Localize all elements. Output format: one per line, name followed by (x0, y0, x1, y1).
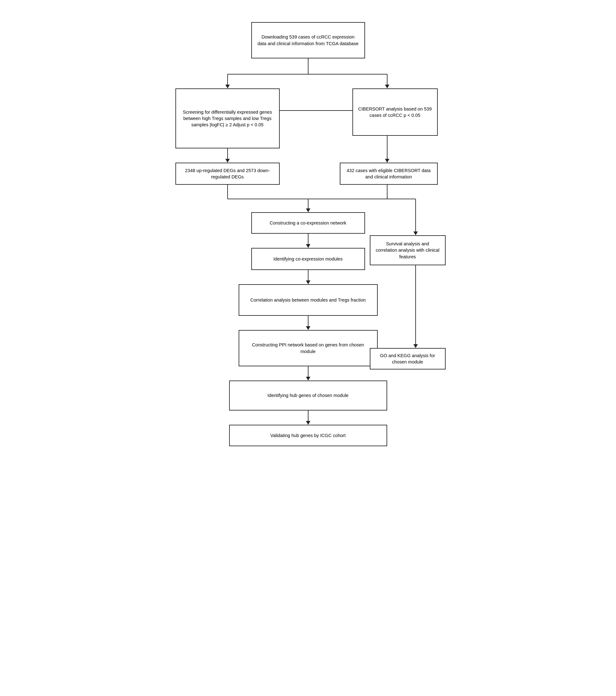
coexpr-network-box: Constructing a co-expression network (251, 212, 365, 234)
survival-box: Survival analysis and correlation analys… (370, 235, 446, 265)
svg-marker-30 (413, 344, 418, 348)
tcga-box: Downloading 539 cases of ccRCC expressio… (251, 22, 365, 59)
coexpr-modules-box: Identifying co-expression modules (251, 248, 365, 270)
degs-box: 2348 up-regulated DEGs and 2573 down-reg… (175, 163, 280, 185)
correlation-modules-box: Correlation analysis between modules and… (238, 284, 378, 316)
ppi-box: Constructing PPI network based on genes … (238, 330, 378, 366)
svg-marker-3 (225, 85, 230, 89)
flowchart: Downloading 539 cases of ccRCC expressio… (166, 13, 450, 676)
svg-marker-24 (306, 244, 310, 248)
svg-marker-22 (413, 232, 418, 235)
go-kegg-box: GO and KEGG analysis for chosen module (370, 348, 446, 369)
svg-marker-28 (306, 326, 310, 330)
cases432-box: 432 cases with eligible CIBERSORT data a… (340, 163, 438, 185)
cibersort-box: CIBERSORT analysis based on 539 cases of… (352, 89, 438, 136)
svg-marker-7 (385, 85, 389, 89)
screening-box: Screening for differentially expressed g… (175, 89, 280, 148)
svg-marker-26 (306, 281, 310, 284)
svg-marker-19 (306, 208, 310, 212)
svg-marker-34 (306, 421, 310, 425)
svg-marker-13 (385, 159, 389, 163)
svg-marker-32 (306, 377, 310, 381)
validating-box: Validating hub genes by ICGC cohort (229, 425, 387, 446)
hub-genes-box: Identifying hub genes of chosen module (229, 381, 387, 411)
svg-marker-11 (225, 159, 230, 163)
